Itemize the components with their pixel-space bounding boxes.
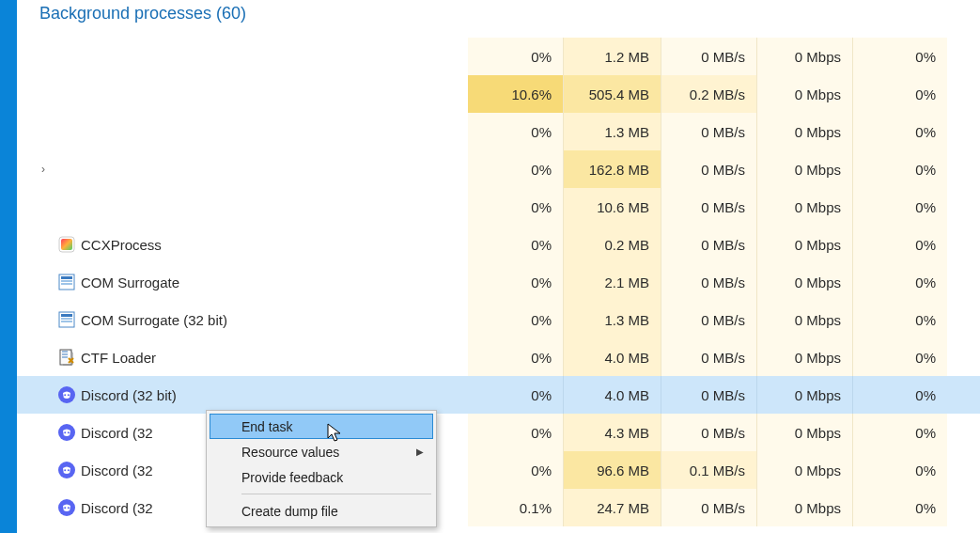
table-row[interactable]: CTF Loader0%4.0 MB0 MB/s0 Mbps0% xyxy=(17,338,980,376)
discord-icon xyxy=(58,386,75,403)
table-row[interactable]: ›0%162.8 MB0 MB/s0 Mbps0% xyxy=(17,150,980,188)
ctf-loader-icon xyxy=(58,349,75,366)
disk-cell: 0 MB/s xyxy=(661,263,757,301)
svg-rect-8 xyxy=(61,318,72,320)
disk-cell: 0 MB/s xyxy=(661,376,757,414)
svg-rect-3 xyxy=(61,276,72,279)
process-name: CTF Loader xyxy=(81,350,156,366)
gpu-cell: 0% xyxy=(853,451,947,489)
memory-cell: 162.8 MB xyxy=(564,150,661,188)
gpu-cell: 0% xyxy=(853,338,947,376)
memory-cell: 96.6 MB xyxy=(564,451,661,489)
network-cell: 0 Mbps xyxy=(757,263,853,301)
ctx-provide-feedback[interactable]: Provide feedback xyxy=(210,464,433,490)
network-cell: 0 Mbps xyxy=(757,38,853,75)
network-cell: 0 Mbps xyxy=(757,489,853,526)
ctx-item-label: Provide feedback xyxy=(241,470,343,485)
process-name-cell[interactable]: COM Surrogate (32 bit) xyxy=(17,311,468,328)
process-name-cell[interactable]: COM Surrogate xyxy=(17,274,468,290)
process-name-cell[interactable]: Discord (32 bit) xyxy=(17,386,468,403)
network-cell: 0 Mbps xyxy=(757,150,853,188)
process-table: 0%1.2 MB0 MB/s0 Mbps0%10.6%505.4 MB0.2 M… xyxy=(17,38,980,526)
memory-cell: 4.3 MB xyxy=(564,414,661,451)
cpu-cell: 0% xyxy=(468,226,564,263)
process-name-cell[interactable]: CTF Loader xyxy=(17,349,468,366)
network-cell: 0 Mbps xyxy=(757,376,853,414)
process-name: Discord (32 xyxy=(81,500,153,516)
svg-point-21 xyxy=(64,507,66,509)
cpu-cell: 0.1% xyxy=(468,489,564,526)
cpu-cell: 0% xyxy=(468,188,564,226)
cpu-cell: 0% xyxy=(468,38,564,75)
cpu-cell: 10.6% xyxy=(468,75,564,113)
svg-point-22 xyxy=(68,507,70,509)
process-name: Discord (32 xyxy=(81,462,153,478)
windows-app-icon xyxy=(58,274,75,290)
memory-cell: 505.4 MB xyxy=(564,75,661,113)
process-name: Discord (32 bit) xyxy=(81,387,177,403)
table-row[interactable]: Discord (320%4.3 MB0 MB/s0 Mbps0% xyxy=(17,414,980,451)
gpu-cell: 0% xyxy=(853,150,947,188)
table-row[interactable]: 0%10.6 MB0 MB/s0 Mbps0% xyxy=(17,188,980,226)
table-row[interactable]: Discord (320.1%24.7 MB0 MB/s0 Mbps0% xyxy=(17,489,980,526)
gpu-cell: 0% xyxy=(853,489,947,526)
cpu-cell: 0% xyxy=(468,451,564,489)
svg-rect-1 xyxy=(61,239,72,250)
svg-point-18 xyxy=(64,469,66,471)
network-cell: 0 Mbps xyxy=(757,226,853,263)
svg-rect-4 xyxy=(61,280,72,282)
disk-cell: 0.2 MB/s xyxy=(661,75,757,113)
memory-cell: 10.6 MB xyxy=(564,188,661,226)
svg-rect-5 xyxy=(61,283,72,285)
section-title: Background processes (60) xyxy=(17,4,246,24)
table-row[interactable]: CCXProcess0%0.2 MB0 MB/s0 Mbps0% xyxy=(17,226,980,263)
gpu-cell: 0% xyxy=(853,38,947,75)
memory-cell: 4.0 MB xyxy=(564,338,661,376)
table-row[interactable]: 10.6%505.4 MB0.2 MB/s0 Mbps0% xyxy=(17,75,980,113)
svg-point-19 xyxy=(68,469,70,471)
cpu-cell: 0% xyxy=(468,113,564,150)
network-cell: 0 Mbps xyxy=(757,75,853,113)
gpu-cell: 0% xyxy=(853,263,947,301)
svg-rect-9 xyxy=(61,321,72,322)
process-name-cell[interactable]: CCXProcess xyxy=(17,236,468,253)
ctx-create-dump-file[interactable]: Create dump file xyxy=(210,498,433,524)
disk-cell: 0 MB/s xyxy=(661,113,757,150)
table-row[interactable]: Discord (32 bit)0%4.0 MB0 MB/s0 Mbps0% xyxy=(17,376,980,414)
svg-point-16 xyxy=(68,431,70,433)
windows-app-icon xyxy=(58,311,75,328)
chevron-right-icon: ▶ xyxy=(416,447,424,457)
ctx-end-task[interactable]: End task xyxy=(210,414,433,439)
gpu-cell: 0% xyxy=(853,226,947,263)
memory-cell: 1.2 MB xyxy=(564,38,661,75)
table-row[interactable]: COM Surrogate (32 bit)0%1.3 MB0 MB/s0 Mb… xyxy=(17,301,980,338)
svg-point-13 xyxy=(68,394,70,396)
discord-icon xyxy=(58,424,75,441)
gpu-cell: 0% xyxy=(853,376,947,414)
network-cell: 0 Mbps xyxy=(757,338,853,376)
memory-cell: 1.3 MB xyxy=(564,113,661,150)
disk-cell: 0 MB/s xyxy=(661,150,757,188)
discord-icon xyxy=(58,499,75,516)
expand-chevron-icon[interactable]: › xyxy=(34,163,53,176)
ccx-app-icon xyxy=(58,236,75,253)
network-cell: 0 Mbps xyxy=(757,188,853,226)
section-header: Background processes (60) xyxy=(17,0,980,38)
discord-icon xyxy=(58,462,75,478)
disk-cell: 0 MB/s xyxy=(661,414,757,451)
gpu-cell: 0% xyxy=(853,301,947,338)
cpu-cell: 0% xyxy=(468,263,564,301)
table-row[interactable]: Discord (320%96.6 MB0.1 MB/s0 Mbps0% xyxy=(17,451,980,489)
process-name: Discord (32 xyxy=(81,425,153,441)
gpu-cell: 0% xyxy=(853,414,947,451)
memory-cell: 2.1 MB xyxy=(564,263,661,301)
memory-cell: 0.2 MB xyxy=(564,226,661,263)
context-menu: End task Resource values ▶ Provide feedb… xyxy=(206,410,437,527)
table-row[interactable]: COM Surrogate0%2.1 MB0 MB/s0 Mbps0% xyxy=(17,263,980,301)
process-name: COM Surrogate xyxy=(81,274,179,290)
disk-cell: 0 MB/s xyxy=(661,38,757,75)
ctx-resource-values[interactable]: Resource values ▶ xyxy=(210,439,433,464)
table-row[interactable]: 0%1.3 MB0 MB/s0 Mbps0% xyxy=(17,113,980,150)
cpu-cell: 0% xyxy=(468,150,564,188)
table-row[interactable]: 0%1.2 MB0 MB/s0 Mbps0% xyxy=(17,38,980,75)
